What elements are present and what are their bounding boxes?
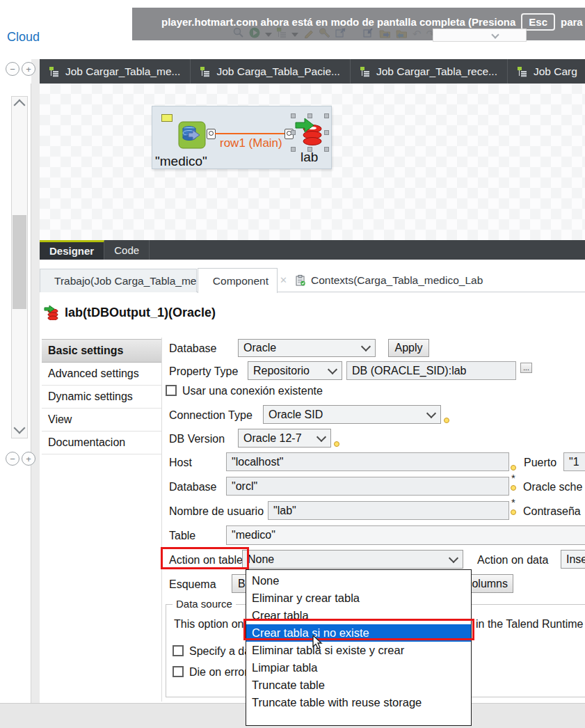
oracle-schema-label: Oracle sche: [523, 481, 582, 493]
talend-studio-window: Cloud ↶ ↷ playe: [0, 0, 585, 728]
database-select[interactable]: Oracle: [238, 339, 376, 357]
component-header: lab(tDBOutput_1)(Oracle): [44, 305, 216, 320]
highlight-box-crear-tabla: [243, 619, 474, 640]
nav-basic-settings[interactable]: Basic settings: [42, 339, 161, 363]
tab-code[interactable]: Code: [104, 240, 150, 260]
hint-bulb-icon: [444, 418, 449, 423]
dropdown-option[interactable]: Eliminar y crear tabla: [246, 589, 471, 607]
scrollbar-thumb[interactable]: [13, 215, 26, 309]
design-canvas[interactable]: row1 (Main): [40, 84, 585, 240]
job-group-box[interactable]: row1 (Main): [152, 106, 332, 169]
db-output-icon: [294, 116, 326, 148]
password-label: Contraseña: [523, 505, 581, 518]
property-type-select[interactable]: Repositorio: [248, 361, 342, 380]
hint-bulb-icon: [511, 509, 516, 515]
collapse-button[interactable]: −: [6, 62, 19, 76]
expand-button[interactable]: +: [22, 62, 35, 76]
nav-documentacion[interactable]: Documentacion: [42, 432, 161, 454]
action-on-data-select[interactable]: Inse: [561, 550, 585, 569]
row-connection-line[interactable]: [215, 133, 285, 134]
view-tab-bar: Designer Code: [40, 240, 585, 260]
table-label: Table: [169, 530, 195, 542]
more-button[interactable]: ...: [520, 363, 532, 373]
db-version-label: DB Version: [169, 433, 225, 445]
tab-designer[interactable]: Designer: [40, 240, 104, 260]
database2-label: Database: [169, 481, 217, 493]
chevron-down-icon: [449, 553, 458, 562]
selection-handle[interactable]: [324, 113, 329, 118]
selection-handle[interactable]: [324, 147, 329, 152]
selection-handle[interactable]: [324, 130, 329, 135]
port-field[interactable]: "1: [563, 452, 585, 471]
nav-view[interactable]: View: [42, 409, 161, 432]
sticky-note-icon[interactable]: [161, 114, 173, 122]
repository-field[interactable]: DB (ORACLE_SID):lab: [346, 361, 516, 380]
selection-handle[interactable]: [307, 147, 312, 152]
db-input-icon: [178, 121, 206, 149]
data-source-note-left: This option on: [174, 618, 244, 631]
tab-contexts-label: Contexts(Carga_Tabla_medico_Lab: [311, 274, 483, 287]
db-version-select[interactable]: Oracle 12-7: [238, 429, 331, 448]
db-input-component[interactable]: [178, 121, 206, 152]
scroll-down-icon[interactable]: [14, 422, 26, 434]
selection-handle[interactable]: [307, 113, 312, 118]
job-icon: [200, 66, 210, 77]
connection-type-label: Connection Type: [169, 409, 253, 422]
tab-contexts[interactable]: Contexts(Carga_Tabla_medico_Lab: [287, 269, 585, 292]
job-icon: [49, 66, 59, 77]
cloud-label[interactable]: Cloud: [7, 30, 40, 45]
dropdown-option[interactable]: Limpiar tabla: [246, 659, 471, 676]
settings-nav: Basic settings Advanced settings Dynamic…: [42, 339, 161, 454]
tab-component[interactable]: Component: [198, 268, 278, 293]
apply-button[interactable]: Apply: [388, 339, 429, 357]
database2-field[interactable]: "orcl": [226, 477, 509, 496]
db-output-icon: [44, 305, 59, 320]
toolbar-combo[interactable]: [433, 29, 527, 42]
selection-handle[interactable]: [291, 147, 296, 152]
host-field[interactable]: "localhost": [226, 452, 509, 471]
hint-bulb-icon: [334, 441, 339, 447]
job-tab[interactable]: Job Cargar_Tabla_rece...: [351, 59, 508, 84]
use-existing-checkbox[interactable]: [166, 385, 177, 396]
data-source-legend: Data source: [173, 598, 236, 610]
chevron-down-icon: [328, 364, 337, 374]
selection-handle[interactable]: [291, 113, 296, 118]
job-tab-label: Job Cargar_Tabla_me...: [65, 65, 180, 78]
dropdown-option[interactable]: Truncate table with reuse storage: [246, 694, 471, 711]
action-on-table-select[interactable]: None: [242, 550, 463, 569]
nav-advanced-settings[interactable]: Advanced settings: [42, 363, 161, 386]
scroll-up-icon[interactable]: [14, 100, 26, 111]
cursor-arrow-icon: [312, 635, 326, 650]
die-on-error-label: Die on error: [189, 666, 248, 679]
selection-handle[interactable]: [291, 130, 296, 135]
table-field[interactable]: "medico": [226, 525, 585, 545]
nav-dynamic-settings[interactable]: Dynamic settings: [42, 386, 161, 409]
zoom-in-button[interactable]: +: [22, 452, 35, 466]
dropdown-option[interactable]: None: [246, 572, 471, 589]
dropdown-option[interactable]: Eliminar tabla si existe y crear: [246, 642, 471, 659]
job-tab[interactable]: Job Carga_Tabla_Pacie...: [191, 59, 351, 84]
hint-bulb-icon: [511, 485, 516, 491]
job-tab[interactable]: Job Carg: [508, 59, 585, 84]
zoom-out-button[interactable]: −: [6, 452, 19, 466]
component-title: lab(tDBOutput_1)(Oracle): [65, 306, 216, 320]
db-output-component[interactable]: [294, 116, 326, 151]
die-on-error-checkbox[interactable]: [173, 666, 184, 677]
tab-trabajo-label: Trabajo(Job Carga_Tabla_medico_L...: [54, 275, 197, 287]
job-tab[interactable]: Job Cargar_Tabla_me...: [40, 59, 191, 84]
tab-trabajo[interactable]: Trabajo(Job Carga_Tabla_medico_L...: [40, 269, 197, 292]
connection-type-select[interactable]: Oracle SID: [263, 405, 441, 424]
host-label: Host: [169, 457, 192, 469]
hint-bulb-icon: [511, 465, 516, 470]
action-on-data-label: Action on data: [477, 554, 548, 567]
job-tab-label: Job Cargar_Tabla_rece...: [376, 65, 497, 78]
chevron-down-icon: [316, 432, 326, 441]
job-tab-label: Job Carga_Tabla_Pacie...: [216, 65, 340, 78]
required-asterisk: *: [511, 496, 515, 508]
vertical-scrollbar[interactable]: [11, 96, 28, 438]
dropdown-option[interactable]: Truncate table: [246, 676, 471, 694]
job-icon: [518, 66, 527, 77]
specify-datasource-checkbox[interactable]: [173, 645, 184, 656]
username-field[interactable]: "lab": [268, 501, 509, 520]
tab-designer-label: Designer: [49, 245, 94, 257]
